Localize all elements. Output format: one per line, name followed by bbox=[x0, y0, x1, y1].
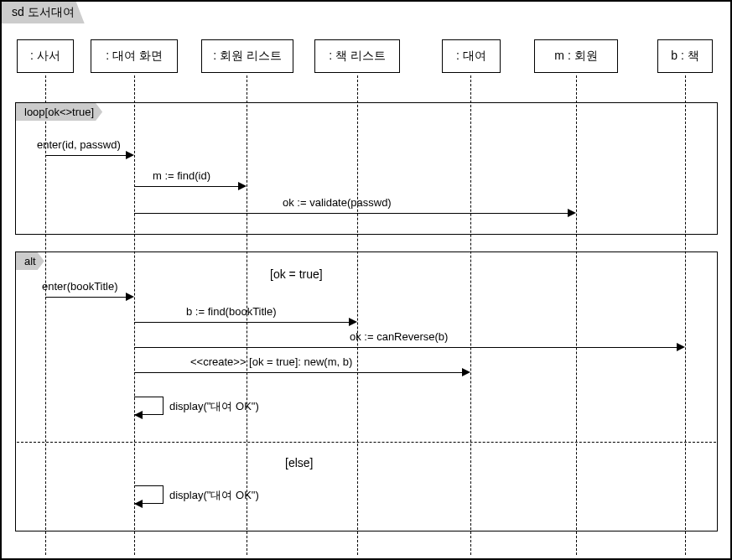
lifeline-head: b : 책 bbox=[657, 39, 713, 73]
loop-label: loop[ok<>true] bbox=[16, 103, 102, 121]
arrow bbox=[45, 297, 126, 298]
arrow-head-icon bbox=[568, 209, 576, 217]
lifeline-head: : 회원 리스트 bbox=[201, 39, 293, 73]
sequence-diagram: sd 도서대여 : 사서 : 대여 화면 : 회원 리스트 : 책 리스트 : … bbox=[0, 0, 732, 560]
message-label: ok := validate(passwd) bbox=[283, 196, 392, 209]
arrow-head-icon bbox=[462, 368, 470, 376]
message-label: ok := canReverse(b) bbox=[350, 330, 448, 343]
arrow-head-icon bbox=[677, 343, 685, 351]
lifeline-head: : 대여 bbox=[442, 39, 501, 73]
lifeline-head: : 사서 bbox=[17, 39, 74, 73]
arrow-head-icon bbox=[238, 182, 247, 190]
arrow-head-icon bbox=[126, 151, 134, 159]
arrow-head-icon bbox=[349, 318, 357, 326]
guard-label: [else] bbox=[285, 456, 313, 469]
alt-frame: alt bbox=[15, 251, 718, 531]
lifeline-head: m : 회원 bbox=[534, 39, 618, 73]
arrow-head-icon bbox=[134, 411, 143, 419]
arrow bbox=[134, 186, 238, 187]
message-label: <<create>> [ok = true]: new(m, b) bbox=[190, 355, 352, 368]
lifeline-head: : 책 리스트 bbox=[314, 39, 400, 73]
guard-label: [ok = true] bbox=[270, 267, 323, 281]
alt-divider bbox=[17, 442, 716, 443]
alt-label: alt bbox=[16, 252, 44, 270]
arrow bbox=[134, 347, 677, 348]
arrow-head-icon bbox=[126, 293, 134, 301]
message-label: display("대여 OK") bbox=[169, 488, 259, 503]
arrow-head-icon bbox=[134, 500, 143, 508]
arrow bbox=[134, 372, 462, 373]
message-label: enter(bookTitle) bbox=[42, 280, 118, 293]
message-label: enter(id, passwd) bbox=[37, 138, 121, 151]
loop-frame: loop[ok<>true] bbox=[15, 102, 718, 235]
arrow bbox=[45, 155, 126, 156]
diagram-title: sd 도서대여 bbox=[2, 2, 85, 23]
message-label: m := find(id) bbox=[153, 169, 210, 182]
message-label: display("대여 OK") bbox=[169, 399, 259, 414]
arrow bbox=[134, 322, 349, 323]
lifeline-head: : 대여 화면 bbox=[91, 39, 178, 73]
arrow bbox=[134, 213, 568, 214]
message-label: b := find(bookTitle) bbox=[186, 305, 277, 318]
